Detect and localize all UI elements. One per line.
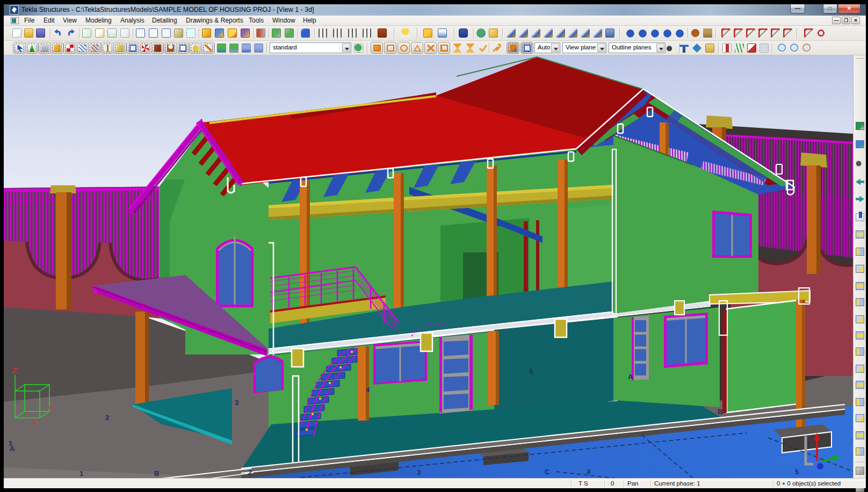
svg-text:B: B [154,469,159,477]
svg-text:2: 2 [248,468,252,476]
svg-text:3: 3 [417,468,421,476]
svg-text:4: 4 [587,468,591,476]
svg-text:X: X [32,417,38,426]
svg-text:A: A [628,373,633,381]
svg-text:5: 5 [795,468,799,476]
svg-text:1: 1 [79,469,83,477]
svg-text:B: B [718,408,722,416]
svg-text:2: 2 [105,414,109,422]
svg-text:C: C [545,468,550,476]
svg-text:1: 1 [9,439,12,447]
svg-text:4: 4 [366,386,370,394]
svg-text:5: 5 [529,367,533,375]
svg-text:Z: Z [12,366,17,375]
svg-text:Y: Y [48,404,54,413]
svg-text:3: 3 [235,399,238,407]
